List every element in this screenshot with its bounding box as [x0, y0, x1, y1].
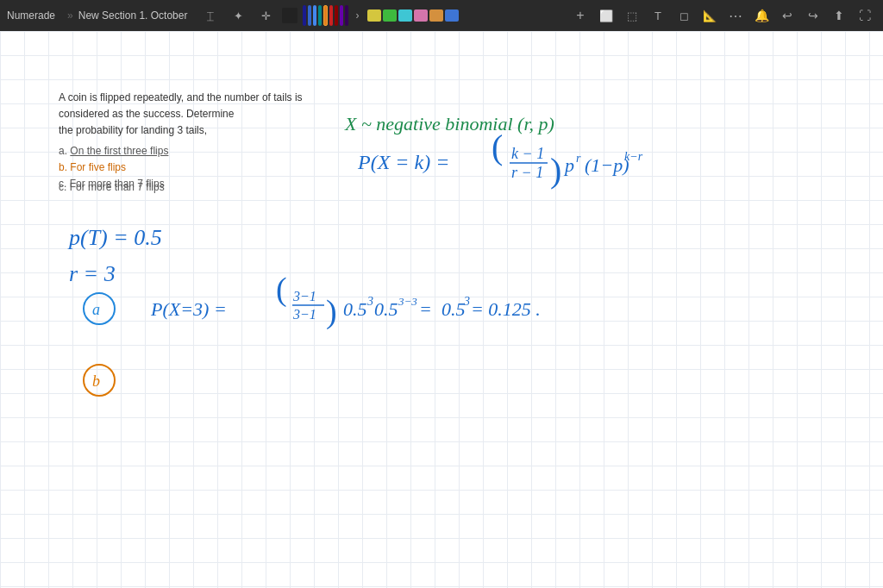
dark-blue-pen-button[interactable]: [303, 5, 306, 26]
svg-text:k−r: k−r: [624, 150, 643, 163]
yellow-highlighter-button[interactable]: [367, 9, 381, 22]
color-swatch[interactable]: [282, 8, 297, 23]
svg-text:3−1: 3−1: [292, 289, 316, 303]
undo-button[interactable]: ↩: [776, 4, 798, 27]
blue-pen-button[interactable]: [308, 5, 311, 26]
teal-pen-button[interactable]: [318, 5, 322, 26]
svg-text:3−1: 3−1: [292, 307, 316, 322]
svg-text:0.5: 0.5: [343, 298, 367, 320]
light-blue-pen-button[interactable]: [313, 5, 316, 26]
svg-text:3: 3: [366, 295, 373, 308]
svg-text:r: r: [576, 152, 581, 165]
svg-text:0.5: 0.5: [374, 298, 398, 320]
svg-text:b: b: [92, 372, 100, 390]
cyan-highlighter-button[interactable]: [398, 9, 412, 22]
select2-button[interactable]: ⬚: [621, 4, 643, 27]
more-button[interactable]: ⋯: [724, 4, 747, 27]
pan-tool-button[interactable]: ✛: [254, 4, 277, 27]
app-title: Numerade: [7, 9, 55, 22]
svg-text:3−3: 3−3: [398, 295, 417, 308]
fullscreen-button[interactable]: ⛶: [854, 4, 876, 27]
svg-text:P(X=3) =: P(X=3) =: [150, 298, 227, 320]
breadcrumb-sep: »: [67, 9, 73, 22]
breadcrumb: New Section 1. October: [78, 9, 188, 22]
text-button[interactable]: T: [647, 4, 669, 27]
dark-purple-pen-button[interactable]: [345, 5, 348, 26]
notification-button[interactable]: 🔔: [750, 4, 773, 27]
svg-text:P(X = k) =: P(X = k) =: [357, 151, 449, 173]
redo-button[interactable]: ↪: [802, 4, 824, 27]
more-pens-chevron[interactable]: ›: [355, 9, 359, 22]
content-area: A coin is flipped repeatedly, and the nu…: [0, 31, 883, 588]
orange-pen-button[interactable]: [323, 5, 328, 26]
toolbar: Numerade » New Section 1. October ⌶ ✦ ✛ …: [0, 0, 883, 31]
green-highlighter-button[interactable]: [383, 9, 397, 22]
orange-highlighter-button[interactable]: [429, 9, 443, 22]
svg-text:p: p: [563, 154, 574, 176]
lasso-tool-button[interactable]: ✦: [227, 4, 249, 27]
svg-text:): ): [550, 151, 561, 190]
svg-text:p(T) =  0.5: p(T) = 0.5: [67, 225, 162, 250]
pen-group: [303, 5, 348, 26]
svg-text:0.5: 0.5: [442, 298, 466, 320]
svg-text:): ): [326, 293, 337, 330]
svg-text:X ~ negative binomial (r, p): X ~ negative binomial (r, p): [344, 113, 554, 134]
svg-text:(1−p): (1−p): [585, 154, 629, 176]
pink-highlighter-button[interactable]: [414, 9, 428, 22]
svg-text:r = 3: r = 3: [69, 261, 116, 286]
add-button[interactable]: +: [569, 4, 592, 27]
maroon-pen-button[interactable]: [335, 5, 338, 26]
svg-text:a: a: [92, 301, 100, 318]
canvas[interactable]: A coin is flipped repeatedly, and the nu…: [0, 31, 883, 588]
svg-text:3: 3: [463, 295, 470, 308]
toolbar-right: + ⬜ ⬚ T ◻ 📐 ⋯ 🔔 ↩ ↪ ⬆ ⛶: [569, 4, 876, 27]
sub-item-c-text: c. For more than 7 flips: [59, 181, 165, 193]
share-button[interactable]: ⬆: [828, 4, 850, 27]
svg-text:=: =: [419, 298, 432, 320]
red-pen-button[interactable]: [329, 5, 333, 26]
highlighter-group: [367, 9, 459, 22]
svg-text:(: (: [492, 128, 503, 166]
ruler-button[interactable]: 📐: [698, 4, 721, 27]
svg-text:k − 1: k − 1: [511, 145, 544, 162]
blue-highlighter-button[interactable]: [445, 9, 459, 22]
math-svg: X ~ negative binomial (r, p) P(X = k) = …: [0, 31, 883, 588]
svg-text:(: (: [276, 271, 287, 308]
shapes-button[interactable]: ⬜: [595, 4, 617, 27]
svg-text:r − 1: r − 1: [511, 164, 543, 181]
select-tool-button[interactable]: ⌶: [199, 4, 222, 27]
svg-text:= 0.125 .: = 0.125 .: [471, 298, 541, 320]
purple-pen-button[interactable]: [340, 5, 343, 26]
eraser-button[interactable]: ◻: [673, 4, 695, 27]
